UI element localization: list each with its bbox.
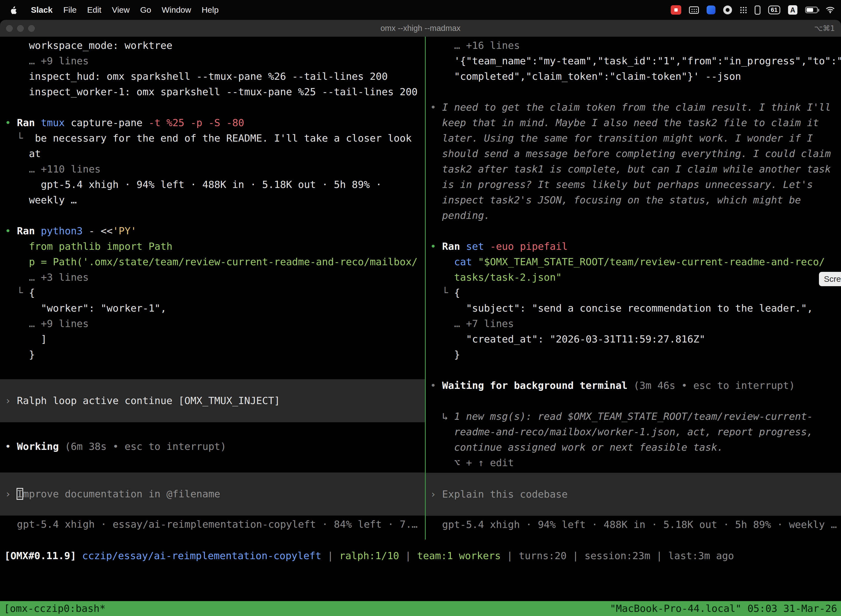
terminal-line: … +9 lines	[0, 53, 425, 69]
text-segment: |	[321, 550, 339, 561]
text-segment: "subject": "send a concise recommendatio…	[430, 302, 813, 314]
text-segment	[430, 256, 454, 267]
text-segment: Ran	[17, 117, 41, 128]
text-segment: "completed","claim_token":"claim-token"}…	[430, 70, 741, 82]
apple-menu[interactable]	[10, 6, 17, 14]
text-segment: Ran	[17, 225, 41, 236]
text-segment: … +7 lines	[430, 318, 514, 329]
display-mirroring-icon[interactable]	[755, 6, 760, 15]
minimize-button[interactable]	[17, 25, 24, 32]
text-segment: "created_at": "2026-03-31T11:59:27.816Z"	[430, 333, 705, 345]
text-segment: •	[5, 441, 17, 452]
text-segment: (3m 46s • esc to interrupt)	[633, 380, 795, 391]
terminal-line: • Working (6m 38s • esc to interrupt)	[0, 439, 425, 454]
terminal-line: keep that in mind. Maybe I also need the…	[426, 115, 841, 131]
menu-item-help[interactable]: Help	[196, 5, 224, 15]
terminal-line: continue assigned work or next feasible …	[426, 440, 841, 455]
terminal-line: workspace_mode: worktree	[0, 38, 425, 53]
keyboard-icon[interactable]	[689, 6, 699, 14]
text-segment: -euo pipefail	[484, 241, 568, 252]
close-button[interactable]	[6, 25, 13, 32]
terminal-line: is in progress? It seems likely but perh…	[426, 177, 841, 192]
text-segment: team:1 workers	[417, 550, 501, 561]
text-segment: [OMX#0.11.9]	[4, 550, 82, 561]
terminal-line: from pathlib import Path	[0, 239, 425, 254]
right-terminal-pane[interactable]: … +16 lines '{"team_name":"my-team","tas…	[426, 37, 841, 540]
text-segment: Working	[17, 441, 64, 452]
zoom-button[interactable]	[28, 25, 35, 32]
text-segment: ›	[5, 488, 17, 500]
text-segment: ]	[5, 333, 47, 345]
queued-message[interactable]: › Ralph loop active continue [OMX_TMUX_I…	[0, 379, 425, 422]
composer-input[interactable]: › Improve documentation in @filename	[0, 472, 425, 516]
text-segment: •	[5, 225, 17, 236]
text-segment: inspect task2's JSON, focusing on the st…	[430, 194, 801, 205]
battery-nub	[818, 9, 819, 12]
terminal-line: gpt-5.4 xhigh · 94% left · 488K in · 5.1…	[0, 177, 425, 192]
text-segment: ⌥ + ↑ edit	[430, 457, 514, 468]
terminal-line: "created_at": "2026-03-31T11:59:27.816Z"	[426, 331, 841, 347]
terminal-line: • Ran tmux capture-pane -t %25 -p -S -80	[0, 115, 425, 131]
screen-recording-stop-icon[interactable]	[671, 5, 681, 15]
text-segment: (6m 38s • esc to interrupt)	[65, 441, 226, 452]
text-segment: ralph:1/10	[339, 550, 399, 561]
raycast-icon[interactable]	[707, 6, 715, 14]
text-segment: tmux	[41, 117, 65, 128]
terminal-line: inspect_hud: omx sparkshell --tmux-pane …	[0, 69, 425, 84]
text-segment: … +3 lines	[5, 271, 89, 283]
wifi-icon[interactable]	[826, 6, 835, 13]
spacer	[426, 84, 841, 100]
app-status-icon[interactable]	[723, 6, 732, 14]
terminal-line: tasks/task-2.json"	[426, 270, 841, 285]
terminal-line: • Ran python3 - <<'PY'	[0, 223, 425, 239]
text-cursor: I	[17, 488, 23, 500]
text-segment: Waiting for background terminal	[442, 380, 633, 391]
terminal-line: └ {	[0, 285, 425, 301]
terminal-line: task2 after task1 is complete, but can I…	[426, 161, 841, 177]
text-segment: workspace_mode: worktree	[5, 40, 173, 51]
spacer	[426, 393, 841, 409]
composer-input[interactable]: › Explain this codebase	[426, 473, 841, 516]
menu-item-file[interactable]: File	[58, 5, 82, 15]
text-segment: I need to get the claim token from the c…	[442, 101, 831, 113]
menu-item-slack[interactable]: Slack	[25, 5, 58, 15]
battery-charging-icon[interactable]	[805, 7, 818, 13]
screenshot-notification[interactable]: Scre	[819, 272, 841, 286]
text-segment: python3	[41, 225, 83, 236]
terminal-line: … +110 lines	[0, 161, 425, 177]
terminal-line: … +16 lines	[426, 38, 841, 53]
window-title-bar[interactable]: omx --xhigh --madmax ⌥⌘1	[0, 20, 841, 37]
terminal-line: should send a message before completing …	[426, 146, 841, 161]
terminal-line: weekly …	[0, 192, 425, 208]
tmux-host-clock: "MacBook-Pro-44.local" 05:03 31-Mar-26	[610, 601, 837, 616]
terminal-line: ⌥ + ↑ edit	[426, 455, 841, 471]
input-source-icon[interactable]: A	[788, 5, 797, 15]
text-segment: is in progress? It seems likely but perh…	[430, 179, 813, 190]
menu-item-edit[interactable]: Edit	[82, 5, 107, 15]
text-segment: from pathlib import Path	[5, 241, 173, 252]
battery-fill	[806, 8, 813, 12]
app-grid-icon[interactable]	[740, 6, 747, 13]
menu-item-window[interactable]: Window	[157, 5, 196, 15]
terminal-line: cat "$OMX_TEAM_STATE_ROOT/team/review-cu…	[426, 254, 841, 270]
battery-percentage-icon[interactable]: 61	[768, 6, 780, 14]
text-segment: gpt-5.4 xhigh · 94% left · 488K in · 5.1…	[5, 179, 382, 190]
terminal-line: later. Using the same for transition mig…	[426, 131, 841, 146]
left-terminal-pane[interactable]: workspace_mode: worktree … +9 lines insp…	[0, 37, 425, 540]
pane-status-line: gpt-5.4 xhigh · 94% left · 488K in · 5.1…	[426, 517, 841, 532]
text-segment: inspect_hud: omx sparkshell --tmux-pane …	[5, 70, 388, 82]
menu-item-go[interactable]: Go	[135, 5, 157, 15]
menu-item-view[interactable]: View	[107, 5, 135, 15]
terminal-line: … +7 lines	[426, 316, 841, 331]
text-segment: - <<	[83, 225, 113, 236]
text-segment: continue assigned work or next feasible …	[430, 441, 723, 453]
text-segment: | turns:20 | session:23m | last:3m ago	[501, 550, 734, 561]
text-segment: later. Using the same for transition mig…	[430, 132, 813, 144]
terminal-line: pending.	[426, 208, 841, 223]
text-segment: Ran	[442, 241, 466, 252]
text-segment: "$OMX_TEAM_STATE_ROOT/team/review-curren…	[472, 256, 825, 267]
menu-bar: Slack FileEditViewGoWindowHelp 61 A	[0, 0, 841, 20]
text-segment: … +9 lines	[5, 55, 89, 66]
text-segment: task2 after task1 is complete, but can I…	[430, 163, 831, 175]
menubar-status-icons: 61 A	[671, 5, 841, 15]
